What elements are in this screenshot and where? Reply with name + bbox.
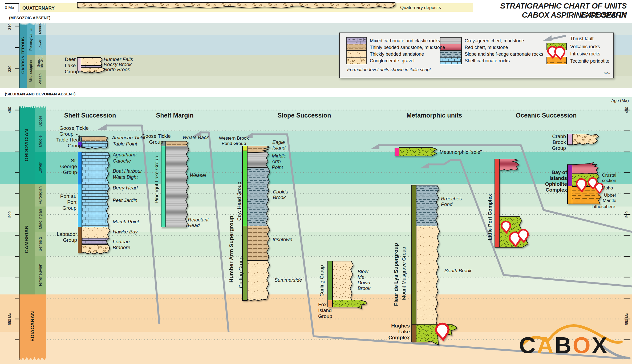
epoch-upper-label: Upper — [38, 116, 42, 127]
hawke-bay-label: Hawke Bay — [113, 229, 138, 234]
legend-note: Formation-level units shown in italic sc… — [347, 67, 431, 72]
fox-island-group-label: Fox Island Group — [318, 302, 332, 319]
middle-arm-point-label: Middle Arm Point — [272, 153, 286, 170]
irishtown-label: Irishtown — [273, 237, 292, 242]
whale-back-label: Whale Back — [183, 135, 209, 140]
legend-intrusive-label: Intrusive rocks — [570, 51, 600, 56]
epoch-lower-label: Lower — [38, 163, 42, 173]
legend-redchert-label: Red chert, mudstone — [465, 45, 508, 50]
era-ediacaran-label: EDIACARAN — [30, 311, 35, 342]
tick-550-right: 550 Ma — [625, 313, 629, 325]
header-shelf-margin: Shelf Margin — [148, 112, 201, 119]
crabb-brook-group-label: Crabb Brook Group — [550, 134, 566, 151]
tick-500-right: 500 — [625, 211, 629, 217]
legend-volcanic-label: Volcanic rocks — [570, 44, 600, 49]
legend-greychert-label: Grey–green chert, mudstone — [465, 38, 524, 43]
logo-letter-x: X — [592, 332, 608, 358]
era-cambrian-label: CAMBRIAN — [24, 225, 29, 253]
little-port-column — [495, 159, 528, 247]
header-metamorphic-units: Metamorphic units — [402, 112, 466, 119]
epoch-series2-label: Series 2 — [38, 237, 42, 251]
era-ordovician-label: ORDOVICIAN — [24, 129, 29, 161]
port-au-port-group-label: Port au Port Group — [60, 193, 76, 211]
reluctant-head-label: Reluctant Head — [188, 217, 209, 228]
weasel-label: Weasel — [190, 172, 206, 178]
western-brook-pond-label: Western Brook Pond Group — [218, 136, 249, 146]
stage-visean-label: Visean — [38, 73, 42, 84]
thrust-fault-2 — [200, 132, 229, 332]
cabox-logo: CABOX — [519, 334, 609, 357]
quaternary-deposits-label: Quaternary deposits — [400, 5, 441, 10]
tick-330-label: 330 — [8, 66, 11, 72]
mount-musgrave-column — [412, 185, 457, 345]
thrust-barb-icon — [420, 163, 429, 168]
logo-letter-a: A — [537, 332, 555, 358]
epoch-furongian-label: Furongian — [38, 186, 42, 204]
tick-550-left: 550 Ma — [8, 313, 11, 325]
labrador-group-label: Labrador Group — [56, 231, 77, 243]
goose-tickle-group-label-2: Goose Tickle Group — [140, 133, 173, 145]
epoch-miaolingian-label: Miaolingian — [38, 209, 42, 229]
legend-shelfcarb-label: Shelf carbonate rocks — [465, 58, 510, 63]
tick-450-right: 450 — [625, 107, 629, 113]
shelf-margin-column — [161, 141, 189, 227]
moho-label: Moho — [602, 185, 613, 191]
march-point-label: March Point — [113, 219, 139, 224]
legend-mixed-label: Mixed carbonate and clastic rocks — [370, 38, 440, 43]
page-title-line2: CABOX ASPIRING GEOPARK — [480, 11, 627, 20]
aguathuna-label: Aguathuna — [113, 152, 137, 157]
legend-conglomerate-label: Conglomerate, gravel — [370, 58, 414, 63]
quaternary-label: QUATERNARY — [22, 6, 55, 11]
curling-group-label-2: Curling Group — [319, 265, 324, 297]
lithosphere-label: Lithosphere — [592, 204, 615, 209]
table-point-label: Table Point — [113, 141, 137, 147]
age-ma-label: Age (Ma) — [597, 98, 629, 103]
summerside-label: Summerside — [274, 277, 302, 283]
forteau-label: Forteau — [113, 239, 130, 244]
zero-ma-label: 0 Ma — [5, 5, 14, 10]
epoch-terreneuvian-label: Terreneuvian — [38, 264, 42, 287]
header-slope-succession: Slope Succession — [274, 112, 335, 119]
tick-450-left: 450 — [8, 107, 11, 113]
little-port-complex-label: Little Port Complex — [487, 194, 492, 240]
tick-310-label: 310 — [8, 23, 11, 30]
bay-of-islands-column — [568, 163, 603, 204]
metamorphic-sole-bar — [395, 147, 437, 156]
fleur-de-lys-label: Fleur de Lys Supergroup — [393, 243, 399, 306]
hughes-lake-complex-label: Hughes Lake Complex — [386, 323, 410, 341]
mesozoic-absent-label: (MESOZOIC ABSENT) — [9, 15, 50, 20]
stage-lower-label: Lower — [38, 40, 42, 50]
header-oceanic-succession: Oceanic Succession — [514, 112, 578, 119]
watts-bight-label: Watts Bight — [113, 174, 138, 180]
legend-slopecarb-label: Slope and shelf-edge carbonate rocks — [465, 51, 543, 57]
mississippian-label: Mississippian — [29, 60, 33, 82]
crabb-brook-column — [568, 134, 598, 145]
north-brook-label: North Brook — [104, 67, 130, 72]
goose-tickle-group-label: Goose Tickle Group — [59, 125, 89, 137]
cooks-brook-label: Cook’s Brook — [273, 189, 288, 200]
stage-serpukhovian-label: Serpu- khovian — [37, 56, 43, 67]
petit-jardin-label: Petit Jardin — [113, 197, 137, 203]
breeches-pond-label: Breeches Pond — [441, 196, 462, 207]
thrust-barb-icon — [370, 144, 379, 149]
slope-succession-column — [242, 146, 270, 301]
cow-head-group-label: Cow Head Group — [237, 182, 242, 221]
humber-arm-supergroup-label: Humber Arm Supergroup — [228, 216, 234, 282]
legend-signature: jwfw — [604, 72, 610, 75]
legend-thickly-label: Thickly bedded sandstone — [370, 51, 424, 57]
upper-mantle-label: Upper Mantle — [600, 193, 616, 203]
stage-middle-label: Middle — [38, 23, 42, 34]
deer-lake-column — [77, 58, 105, 73]
pinchgut-lake-group-label: Pinchgut Lake Group — [154, 156, 159, 204]
era-carboniferous-label: CARBONIFEROUS — [21, 37, 25, 74]
tick-500-left: 500 — [8, 211, 11, 217]
metamorphic-sole-label: Metamorphic “sole” — [440, 149, 482, 155]
logo-letter-o: O — [573, 332, 592, 358]
legend-thinly-label: Thinly bedded sandstone, mudstone — [370, 45, 445, 50]
bay-of-islands-label: Bay of Islands Ophiolite Complex — [543, 169, 567, 193]
curling-group-label: Curling Group — [238, 257, 243, 288]
legend-tectonite-label: Tectonite peridotite — [570, 58, 609, 64]
south-brook-label: South Brook — [444, 268, 472, 273]
st-george-group-label: St. George Group — [57, 158, 77, 175]
crustal-section-label: Crustal section — [600, 173, 616, 183]
